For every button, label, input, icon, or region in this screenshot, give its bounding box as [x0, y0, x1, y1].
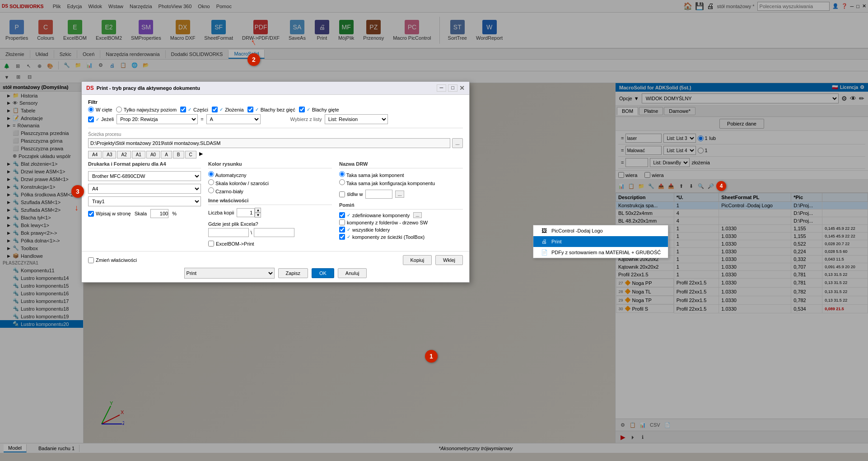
cb-slddw-input[interactable]	[339, 191, 345, 197]
radio-cb-input[interactable]	[208, 187, 214, 193]
excel-path-2[interactable]	[254, 228, 294, 237]
radio-skala-input[interactable]	[208, 179, 214, 185]
sciezka-section: Ścieżka procesu ...	[88, 132, 463, 148]
value-dropdown[interactable]: A	[206, 114, 261, 124]
cb-jezeli[interactable]: ✓ Jeżeli	[88, 116, 114, 122]
drwname-label: Nazwa DRW	[339, 161, 463, 168]
kopie-input[interactable]	[237, 208, 255, 217]
radio-konfiguracja[interactable]: Taka sama jak konfiguracja komponentu	[339, 179, 463, 186]
cb-czesci-input[interactable]	[180, 107, 186, 112]
radio-wciete-input[interactable]	[88, 107, 94, 112]
skala-input[interactable]	[150, 209, 168, 218]
kopie-row: Liczba kopii ▲ ▼	[208, 208, 332, 218]
format-tab-c[interactable]: C	[185, 151, 196, 158]
path-input[interactable]	[88, 138, 450, 148]
ctx-print[interactable]: 🖨 Print	[533, 236, 668, 247]
format-tab-a3[interactable]: A3	[103, 151, 116, 158]
slddw-btn[interactable]: ...	[395, 191, 404, 198]
radio-skala-label: Skala kolorów / szarości	[215, 181, 269, 186]
equals-sign: =	[201, 116, 203, 122]
cb-blachy-giete-input[interactable]	[299, 107, 305, 112]
radio-skala[interactable]: Skala kolorów / szarości	[208, 179, 332, 186]
cb-toolbox-input[interactable]	[339, 234, 345, 240]
jezeli-row: ✓ Jeżeli Prop 20: Rewizja = A Wybierz z …	[88, 114, 463, 124]
format-tab-a1[interactable]: A1	[132, 151, 145, 158]
ctx-piccontrol[interactable]: 🖼 PicControl -Dodaj Logo	[533, 225, 668, 236]
radio-najwyzszy-input[interactable]	[116, 107, 122, 112]
revision-list[interactable]: List: Revision	[325, 114, 388, 124]
cb-blachy-bez[interactable]: ✓ Blachy bez gięć	[247, 107, 295, 112]
cb-zmien-input[interactable]	[88, 257, 94, 263]
kopiuj-btn[interactable]: Kopiuj	[403, 255, 432, 265]
format-tab-b[interactable]: B	[173, 151, 184, 158]
cb-excelbom-input[interactable]	[208, 241, 214, 247]
cb-folders-input[interactable]	[339, 219, 345, 225]
ctx-pdfy[interactable]: 📄 PDFy z sortowaniem na MATERIAŁ + GRUBO…	[533, 247, 668, 258]
radio-najwyzszy-label: Tylko najwyższy poziom	[124, 107, 177, 112]
format-tab-a4[interactable]: A4	[88, 151, 102, 158]
zmien-row: Zmień właściwości Kopiuj Wklej	[88, 255, 463, 265]
cb-blachy-bez-input[interactable]	[247, 107, 253, 112]
format-tab-a[interactable]: A	[161, 151, 172, 158]
cb-wszystkie-foldery[interactable]: ✓ wszystkie foldery	[339, 227, 463, 233]
format-tabs: A4 A3 A2 A1 A0 A B C ▶	[88, 151, 463, 158]
path-browse-btn[interactable]: ...	[452, 138, 463, 148]
cb-toolbox[interactable]: ✓ komponenty ze ścieżki (ToolBox)	[339, 234, 463, 240]
radio-czarnobialy[interactable]: Czarno-biały	[208, 187, 332, 194]
zapisz-btn[interactable]: Zapisz	[278, 268, 308, 278]
dialog-titlebar: DS Print - tryb pracy dla aktywnego doku…	[82, 82, 469, 95]
radio-auto-input[interactable]	[208, 171, 214, 177]
prop-dropdown[interactable]: Prop 20: Rewizja	[117, 114, 198, 124]
cb-komponenty-folders[interactable]: komponenty z folderów - drzewo SW	[339, 219, 463, 225]
drukarka-select[interactable]: Brother MFC-6890CDW	[88, 171, 201, 181]
radio-konfiguracja-input[interactable]	[339, 179, 345, 185]
format-tab-a0[interactable]: A0	[146, 151, 160, 158]
action-select[interactable]: Print	[184, 268, 275, 279]
excel-path-1[interactable]	[208, 228, 249, 237]
radio-taka-sama[interactable]: Taka sama jak komponent	[339, 171, 463, 178]
slddw-input[interactable]	[365, 190, 392, 199]
cb-zmien[interactable]: Zmień właściwości	[88, 257, 137, 263]
action-footer-row: Print Zapisz OK Anuluj	[88, 268, 463, 279]
drw-col: Nazwa DRW Taka sama jak komponent Taka s…	[339, 161, 463, 247]
radio-najwyzszy[interactable]: Tylko najwyższy poziom	[116, 107, 177, 112]
cb-wpisaj-input[interactable]	[88, 211, 94, 217]
wklej-btn[interactable]: Wklej	[435, 255, 463, 265]
radio-taka-label: Taka sama jak komponent	[346, 172, 404, 178]
cb-zlozenia-input[interactable]	[212, 107, 218, 112]
kopie-up[interactable]: ▲	[255, 208, 261, 213]
cb-wpisaj[interactable]: Wpisaj w stronę	[88, 211, 131, 217]
cb-czesci[interactable]: ✓ Części	[180, 107, 208, 112]
cb-slddw[interactable]: śldlw w	[339, 191, 363, 197]
format-select[interactable]: A4	[88, 184, 201, 194]
tray-select[interactable]: Tray1	[88, 196, 201, 206]
cb-blachy-giete-label: Blachy gięte	[312, 107, 339, 112]
arrow3: ↓	[75, 203, 79, 213]
radio-taka-input[interactable]	[339, 171, 345, 177]
cb-jezeli-input[interactable]	[88, 116, 94, 122]
cb-excelbom[interactable]: ExcelBOM->Print	[208, 241, 332, 247]
radio-auto[interactable]: Automatyczny	[208, 171, 332, 178]
dialog-close[interactable]: ✕	[459, 84, 465, 92]
kopie-down[interactable]: ▼	[255, 213, 261, 218]
format-tab-a2[interactable]: A2	[117, 151, 131, 158]
kolor-col: Kolor rysunku Automatyczny Skala kolorów…	[208, 161, 332, 247]
zdef-browse[interactable]: ...	[413, 212, 421, 218]
cb-wfold-input[interactable]	[339, 227, 345, 233]
cb-zlozenia[interactable]: ✓ Złożenia	[212, 107, 244, 112]
cb-blachy-giete[interactable]: ✓ Blachy gięte	[299, 107, 339, 112]
excel-path-section: Gdzie jest plik Excela? \	[208, 221, 332, 237]
percent-label: %	[172, 211, 177, 216]
kopie-label: Liczba kopii	[208, 210, 234, 215]
ok-btn[interactable]: OK	[312, 268, 334, 278]
kopie-input-group: ▲ ▼	[237, 208, 261, 218]
dialog-minimize[interactable]: ─	[437, 84, 447, 92]
cb-zdef-input[interactable]	[339, 212, 345, 218]
cb-zdefiniowane[interactable]: ✓ zdefiniowane komponenty ...	[339, 212, 463, 218]
cb-blachy-bez-label: Blachy bez gięć	[261, 107, 295, 112]
radio-wciete[interactable]: W cięte	[88, 107, 112, 112]
dialog-maximize[interactable]: □	[448, 84, 457, 92]
dialog-window-controls: ─ □ ✕	[437, 84, 465, 92]
anuluj-btn[interactable]: Anuluj	[338, 268, 367, 278]
format-expand-icon[interactable]: ▶	[199, 151, 203, 158]
